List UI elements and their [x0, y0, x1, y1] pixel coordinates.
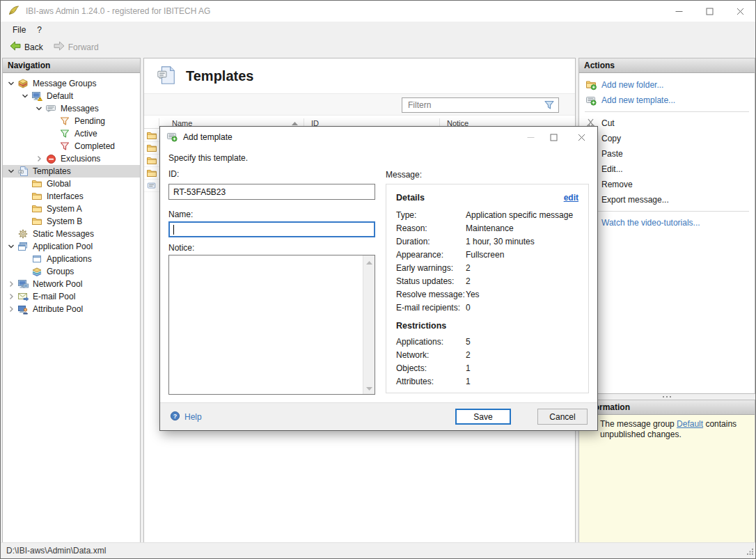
- close-button[interactable]: [565, 127, 597, 148]
- actions-separator: [585, 211, 749, 212]
- tree-item-label: Default: [47, 90, 73, 102]
- tree-item-message-groups[interactable]: Message Groups: [3, 77, 140, 90]
- collapse-chevron-icon[interactable]: [33, 105, 45, 112]
- action-paste[interactable]: Paste: [579, 146, 755, 162]
- back-label: Back: [24, 42, 43, 52]
- tree-item-applications[interactable]: Applications: [3, 253, 140, 265]
- action-add-new-folder[interactable]: Add new folder...: [579, 77, 755, 93]
- menu-file[interactable]: File: [7, 23, 31, 37]
- save-button[interactable]: Save: [455, 409, 511, 425]
- menubar: File?: [1, 22, 755, 38]
- svg-text:?: ?: [173, 412, 177, 419]
- tree-item-groups[interactable]: Groups: [3, 265, 140, 278]
- tree-item-label: Application Pool: [33, 240, 93, 253]
- tree-item-label: E-mail Pool: [33, 290, 75, 303]
- notice-scrollbar[interactable]: [363, 255, 375, 394]
- minimize-button[interactable]: [519, 127, 542, 148]
- filter-funnel-icon[interactable]: [544, 100, 558, 110]
- tree-item-e-mail-pool[interactable]: E-mail Pool: [3, 290, 140, 303]
- filter-bar: [144, 93, 575, 116]
- minimize-button[interactable]: [663, 1, 694, 22]
- maximize-button[interactable]: [694, 1, 725, 22]
- data-file-path: D:\IBI-aws\Admin\Data.xml: [6, 546, 106, 556]
- actions-separator: [585, 111, 749, 112]
- tree-item-system-a[interactable]: System A: [3, 203, 140, 215]
- maximize-button[interactable]: [542, 127, 565, 148]
- notice-textarea[interactable]: [168, 255, 375, 395]
- close-button[interactable]: [725, 1, 755, 22]
- detail-value: 2: [466, 263, 471, 273]
- action-label: Copy: [601, 134, 621, 143]
- messages-icon: [45, 103, 57, 114]
- detail-value: 2: [466, 350, 471, 360]
- cancel-button[interactable]: Cancel: [537, 409, 588, 425]
- collapse-chevron-icon[interactable]: [19, 93, 31, 100]
- action-remove[interactable]: Remove: [579, 177, 755, 192]
- dialog-titlebar: Add template: [160, 127, 597, 148]
- detail-row: Early warnings:2: [396, 261, 578, 274]
- dialog-title: Add template: [183, 132, 233, 142]
- action-label: Remove: [601, 180, 633, 189]
- tree-item-global[interactable]: Global: [3, 178, 140, 190]
- template-icon: [144, 181, 159, 191]
- expand-chevron-icon[interactable]: [6, 281, 17, 288]
- notice-label: Notice:: [168, 243, 194, 253]
- menu-[interactable]: ?: [31, 23, 47, 37]
- name-input[interactable]: [168, 221, 375, 237]
- detail-label: E-mail recipients:: [396, 303, 466, 313]
- exclusions-icon: [45, 154, 57, 164]
- forward-button[interactable]: Forward: [49, 38, 103, 56]
- action-copy[interactable]: Copy: [579, 131, 755, 146]
- help-link[interactable]: ? Help: [170, 411, 202, 423]
- folder-icon: [144, 143, 159, 154]
- collapse-chevron-icon[interactable]: [6, 168, 17, 175]
- information-text-before: The message group: [600, 419, 677, 429]
- collapse-chevron-icon[interactable]: [6, 243, 17, 250]
- tree-item-templates[interactable]: Templates: [3, 165, 140, 178]
- folder-icon: [31, 178, 43, 189]
- edit-link[interactable]: edit: [564, 193, 578, 203]
- detail-value: 0: [466, 303, 471, 313]
- scroll-down-icon[interactable]: [366, 383, 372, 393]
- filter-input[interactable]: [402, 99, 544, 111]
- name-label: Name:: [168, 210, 193, 219]
- action-watch-the-video-tutorials[interactable]: Watch the video-tutorials...: [579, 215, 755, 230]
- tree-item-system-b[interactable]: System B: [3, 215, 140, 228]
- tree-item-interfaces[interactable]: Interfaces: [3, 190, 140, 203]
- id-input[interactable]: [168, 184, 375, 200]
- expand-chevron-icon[interactable]: [33, 155, 45, 162]
- detail-label: Reason:: [396, 223, 466, 233]
- tree-item-active[interactable]: Active: [3, 127, 140, 140]
- templates-icon: [17, 166, 29, 177]
- detail-row: Appearance:Fullscreen: [396, 248, 578, 261]
- panel-splitter-handle[interactable]: [578, 394, 755, 400]
- expand-chevron-icon[interactable]: [6, 306, 17, 313]
- scroll-up-icon[interactable]: [366, 257, 372, 267]
- action-edit[interactable]: Edit...: [579, 162, 755, 177]
- detail-row: Duration:1 hour, 30 minutes: [396, 235, 578, 248]
- action-cut[interactable]: Cut: [579, 116, 755, 131]
- action-add-new-template[interactable]: Add new template...: [579, 93, 755, 108]
- tree-item-static-messages[interactable]: Static Messages: [3, 228, 140, 240]
- detail-row: Network:2: [396, 348, 578, 361]
- tree-item-default[interactable]: Default: [3, 90, 140, 102]
- detail-label: Applications:: [396, 337, 466, 347]
- default-group-link[interactable]: Default: [677, 419, 703, 429]
- restrictions-rows: Applications:5Network:2Objects:1Attribut…: [396, 335, 578, 388]
- tree-item-messages[interactable]: Messages: [3, 102, 140, 115]
- tree-item-pending[interactable]: Pending: [3, 115, 140, 127]
- tree-item-completed[interactable]: Completed: [3, 140, 140, 152]
- network-pool-icon: [17, 278, 29, 290]
- app-window: IBI-aws Admin 1.24.0 - registered for IB…: [0, 0, 756, 559]
- expand-chevron-icon[interactable]: [6, 293, 17, 300]
- tree-item-attribute-pool[interactable]: Attribute Pool: [3, 303, 140, 315]
- resize-grip[interactable]: [746, 547, 754, 557]
- tree-item-network-pool[interactable]: Network Pool: [3, 278, 140, 290]
- funnel-active-icon: [58, 129, 71, 139]
- collapse-chevron-icon[interactable]: [6, 80, 17, 87]
- folder-icon: [144, 130, 159, 141]
- tree-item-exclusions[interactable]: Exclusions: [3, 152, 140, 165]
- back-button[interactable]: Back: [5, 38, 47, 56]
- tree-item-application-pool[interactable]: Application Pool: [3, 240, 140, 253]
- action-export-message[interactable]: Export message...: [579, 192, 755, 207]
